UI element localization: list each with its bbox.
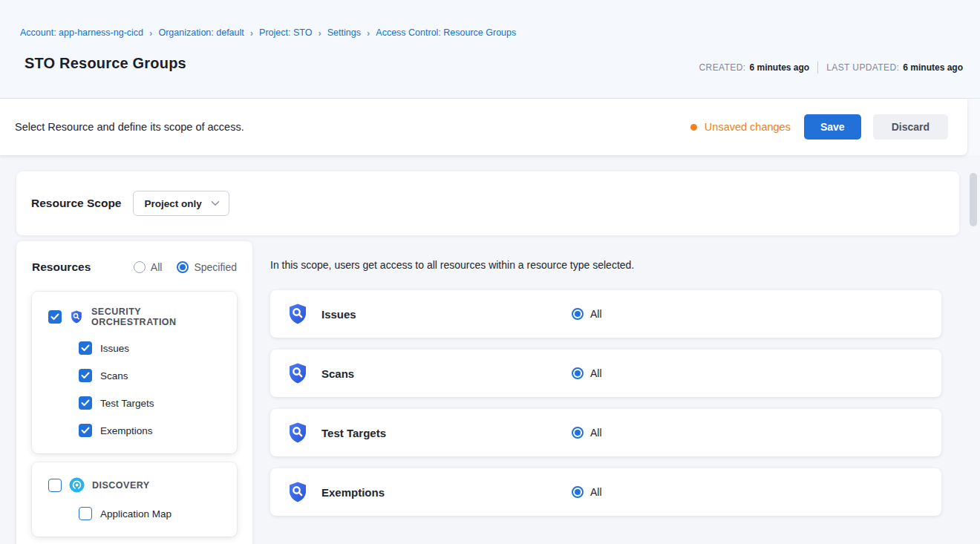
chevron-right-icon: › <box>149 28 152 38</box>
resource-group-discovery: DISCOVERY Application Map <box>32 462 237 537</box>
sto-shield-icon <box>286 421 310 445</box>
radio-option-all[interactable]: All <box>134 261 163 273</box>
checkbox-test-targets[interactable] <box>79 396 92 410</box>
unsaved-changes-label: Unsaved changes <box>705 121 791 133</box>
discard-button[interactable]: Discard <box>873 114 948 140</box>
vertical-scrollbar[interactable] <box>970 173 977 226</box>
radio-specified-label: Specified <box>194 261 237 273</box>
toolbar-description: Select Resource and define its scope of … <box>15 121 244 133</box>
resource-scope-label: Resource Scope <box>31 197 121 210</box>
breadcrumb-settings[interactable]: Settings <box>327 27 361 38</box>
radio-option-specified[interactable]: Specified <box>177 261 237 273</box>
tree-item-label: Scans <box>100 370 128 381</box>
checkbox-application-map[interactable] <box>79 507 92 520</box>
check-icon <box>50 313 59 321</box>
resource-row-scans: Scans All <box>270 350 941 397</box>
check-icon <box>81 344 90 352</box>
resource-row-issues: Issues All <box>270 290 941 338</box>
check-icon <box>81 399 90 407</box>
checkbox-exemptions[interactable] <box>79 424 92 437</box>
resources-title: Resources <box>32 260 91 274</box>
chevron-right-icon: › <box>367 28 370 38</box>
resources-filter-radio-group: All Specified <box>119 261 237 273</box>
resource-scope-select[interactable]: Project only <box>133 191 229 216</box>
check-icon <box>81 427 90 434</box>
sto-shield-icon <box>286 302 310 326</box>
last-updated-label: LAST UPDATED: <box>826 62 899 73</box>
access-all-label: All <box>590 486 602 498</box>
discovery-icon <box>69 477 85 493</box>
unsaved-dot-icon <box>690 124 697 131</box>
tree-item-scans: Scans <box>79 369 228 382</box>
access-radio-all[interactable]: All <box>572 486 602 498</box>
sto-shield-icon <box>69 309 84 324</box>
sto-shield-icon <box>286 480 310 504</box>
group-label: DISCOVERY <box>92 480 150 491</box>
check-icon <box>81 372 90 379</box>
scope-detail: In this scope, users get access to all r… <box>270 241 941 516</box>
radio-icon-selected[interactable] <box>572 308 584 320</box>
radio-all-label: All <box>151 261 163 273</box>
access-radio-all[interactable]: All <box>572 367 602 379</box>
resource-row-test-targets: Test Targets All <box>270 409 941 456</box>
resource-scope-card: Resource Scope Project only <box>16 171 959 235</box>
breadcrumb-resource-groups[interactable]: Access Control: Resource Groups <box>376 27 516 38</box>
access-radio-all[interactable]: All <box>572 308 602 320</box>
resource-row-exemptions: Exemptions All <box>270 468 941 516</box>
page-header: Account: app-harness-ng-cicd › Organizat… <box>0 0 980 99</box>
chevron-right-icon: › <box>250 28 253 38</box>
tree-item-label: Exemptions <box>100 425 153 436</box>
page-title: STO Resource Groups <box>24 55 186 72</box>
tree-item-issues: Issues <box>79 341 228 355</box>
created-label: CREATED: <box>699 62 746 73</box>
breadcrumb-organization[interactable]: Organization: default <box>158 27 244 38</box>
last-updated-value: 6 minutes ago <box>903 62 963 73</box>
tree-item-label: Application Map <box>100 508 172 520</box>
resource-row-title: Scans <box>321 367 354 380</box>
resource-row-title: Test Targets <box>321 427 386 439</box>
toolbar-row: Select Resource and define its scope of … <box>0 99 980 155</box>
toolbar: Select Resource and define its scope of … <box>0 99 967 155</box>
breadcrumb: Account: app-harness-ng-cicd › Organizat… <box>20 27 516 38</box>
resource-group-security-orchestration: SECURITY ORCHESTRATION Issues Scans <box>32 292 237 453</box>
tree-item-application-map: Application Map <box>79 507 228 520</box>
radio-icon-selected[interactable] <box>572 427 584 439</box>
checkbox-issues[interactable] <box>79 341 92 355</box>
radio-icon[interactable] <box>134 261 146 273</box>
access-radio-all[interactable]: All <box>572 427 602 439</box>
resource-scope-selected-value: Project only <box>144 198 201 209</box>
access-all-label: All <box>590 427 602 439</box>
access-all-label: All <box>590 308 602 320</box>
radio-icon-selected[interactable] <box>572 486 584 498</box>
radio-icon-selected[interactable] <box>177 261 189 273</box>
sto-shield-icon <box>286 361 310 385</box>
breadcrumb-project[interactable]: Project: STO <box>259 27 312 38</box>
tree-item-label: Test Targets <box>100 398 154 409</box>
chevron-down-icon <box>211 200 220 206</box>
timestamps: CREATED: 6 minutes ago LAST UPDATED: 6 m… <box>699 62 963 73</box>
checkbox-security-orchestration[interactable] <box>48 310 62 324</box>
chevron-right-icon: › <box>318 28 321 38</box>
scope-instruction-text: In this scope, users get access to all r… <box>270 259 941 271</box>
access-all-label: All <box>590 367 602 379</box>
divider <box>817 62 818 73</box>
resource-row-title: Exemptions <box>321 486 385 499</box>
radio-icon-selected[interactable] <box>572 367 584 379</box>
content-area: Resource Scope Project only Resources Al… <box>0 155 980 543</box>
breadcrumb-account[interactable]: Account: app-harness-ng-cicd <box>20 27 143 38</box>
save-button[interactable]: Save <box>804 114 861 140</box>
checkbox-scans[interactable] <box>79 369 92 382</box>
group-label: SECURITY ORCHESTRATION <box>91 307 228 327</box>
tree-item-label: Issues <box>100 343 129 354</box>
created-value: 6 minutes ago <box>750 62 810 73</box>
toolbar-actions: Unsaved changes Save Discard <box>690 114 948 140</box>
checkbox-discovery[interactable] <box>48 479 62 492</box>
resource-row-title: Issues <box>321 308 356 321</box>
tree-item-exemptions: Exemptions <box>79 424 228 437</box>
tree-item-test-targets: Test Targets <box>79 396 228 410</box>
resources-panel: Resources All Specified <box>16 241 252 544</box>
